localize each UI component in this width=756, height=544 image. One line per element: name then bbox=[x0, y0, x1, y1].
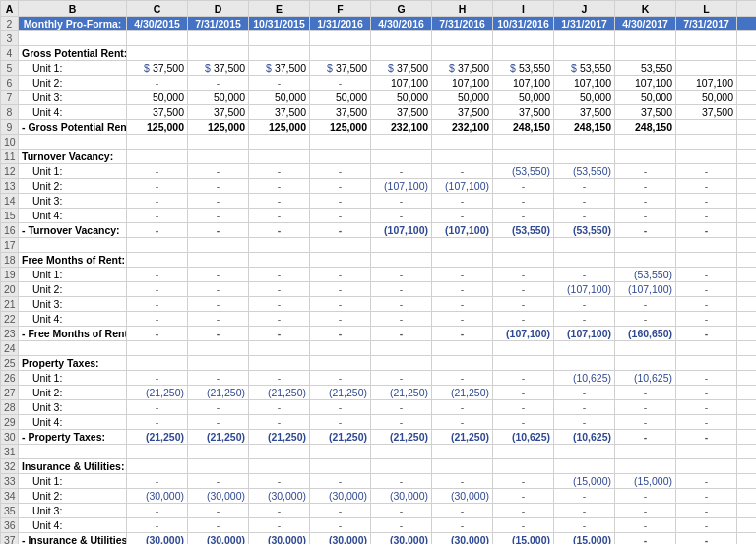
row-23-num: 23 bbox=[1, 327, 19, 341]
fm-total-e: - bbox=[249, 327, 310, 341]
ins-u4-e: - bbox=[249, 518, 310, 533]
tv-u2-c: - bbox=[127, 179, 188, 194]
fm-u4-g: - bbox=[371, 312, 432, 327]
row-26-num: 26 bbox=[1, 371, 19, 386]
ins-u2-m bbox=[737, 489, 757, 504]
pt-total-i: (10,625) bbox=[493, 430, 554, 445]
pt-u4-d: - bbox=[188, 415, 249, 430]
turnover-vacancy-header: Turnover Vacancy: bbox=[19, 150, 127, 164]
gpr-total-h: 232,100 bbox=[432, 120, 493, 135]
gpr-u2-h: 107,100 bbox=[432, 76, 493, 91]
fm-u4-h: - bbox=[432, 312, 493, 327]
pt-u2-m bbox=[737, 386, 757, 400]
pt-u1-g: - bbox=[371, 371, 432, 386]
gpr-unit4-label: Unit 4: bbox=[19, 105, 127, 120]
gpr-u1-e: $ 37,500 bbox=[249, 61, 310, 76]
row-9: 9 - Gross Potential Rent: 125,000 125,00… bbox=[1, 120, 757, 135]
gpr-u2-d: - bbox=[188, 76, 249, 91]
pt-u4-h: - bbox=[432, 415, 493, 430]
row-29-num: 29 bbox=[1, 415, 19, 430]
ins-u4-k: - bbox=[615, 518, 676, 533]
free-months-header: Free Months of Rent: bbox=[19, 253, 127, 268]
gpr-u1-l bbox=[676, 61, 737, 76]
fm-u3-m bbox=[737, 297, 757, 312]
row-13: 13 Unit 2: - - - - (107,100) (107,100) -… bbox=[1, 179, 757, 194]
pt-u3-d: - bbox=[188, 400, 249, 415]
ins-u3-i: - bbox=[493, 504, 554, 518]
col-i-header: I bbox=[493, 1, 554, 17]
col-c-header: C bbox=[127, 1, 188, 17]
tv-u1-e: - bbox=[249, 164, 310, 179]
gpr-total-c: 125,000 bbox=[127, 120, 188, 135]
row-33: 33 Unit 1: - - - - - - - (15,000) (15,00… bbox=[1, 474, 757, 489]
gpr-u2-j: 107,100 bbox=[554, 76, 615, 91]
fm-u3-f: - bbox=[310, 297, 371, 312]
tv-u1-i: (53,550) bbox=[493, 164, 554, 179]
gpr-u4-d: 37,500 bbox=[188, 105, 249, 120]
col-k-header: K bbox=[615, 1, 676, 17]
tv-total-g: (107,100) bbox=[371, 223, 432, 238]
ins-u4-g: - bbox=[371, 518, 432, 533]
col-h-header: H bbox=[432, 1, 493, 17]
row-2: 2 Monthly Pro-Forma: 4/30/2015 7/31/2015… bbox=[1, 17, 757, 31]
fm-u1-m bbox=[737, 268, 757, 282]
pt-u2-d: (21,250) bbox=[188, 386, 249, 400]
col-d-header: D bbox=[188, 1, 249, 17]
tv-total-label: - Turnover Vacancy: bbox=[19, 223, 127, 238]
pt-unit4-label: Unit 4: bbox=[19, 415, 127, 430]
fm-total-j: (107,100) bbox=[554, 327, 615, 341]
gpr-u3-f: 50,000 bbox=[310, 91, 371, 105]
tv-u1-c: - bbox=[127, 164, 188, 179]
row-22: 22 Unit 4: - - - - - - - - - - bbox=[1, 312, 757, 327]
pt-total-e: (21,250) bbox=[249, 430, 310, 445]
gpr-u4-l: 37,500 bbox=[676, 105, 737, 120]
pt-u1-c: - bbox=[127, 371, 188, 386]
tv-total-e: - bbox=[249, 223, 310, 238]
property-taxes-header: Property Taxes: bbox=[19, 356, 127, 371]
fm-u1-j: - bbox=[554, 268, 615, 282]
ins-total-f: (30,000) bbox=[310, 533, 371, 545]
tv-u4-g: - bbox=[371, 209, 432, 223]
spreadsheet: A B C D E F G H I J K L M 2 Monthly Pro-… bbox=[0, 0, 756, 544]
fm-total-f: - bbox=[310, 327, 371, 341]
ins-total-m bbox=[737, 533, 757, 545]
ins-unit2-label: Unit 2: bbox=[19, 489, 127, 504]
gpr-u1-j: $ 53,550 bbox=[554, 61, 615, 76]
tv-unit1-label: Unit 1: bbox=[19, 164, 127, 179]
col-g-header: G bbox=[371, 1, 432, 17]
tv-u3-j: - bbox=[554, 194, 615, 209]
pt-u2-l: - bbox=[676, 386, 737, 400]
row-14-num: 14 bbox=[1, 194, 19, 209]
date-col-l: 7/31/2017 bbox=[676, 17, 737, 31]
tv-total-k: - bbox=[615, 223, 676, 238]
tv-u3-d: - bbox=[188, 194, 249, 209]
ins-total-l: - bbox=[676, 533, 737, 545]
fm-u2-e: - bbox=[249, 282, 310, 297]
pt-total-c: (21,250) bbox=[127, 430, 188, 445]
row-37-num: 37 bbox=[1, 533, 19, 545]
ins-u4-c: - bbox=[127, 518, 188, 533]
gpr-u2-f: - bbox=[310, 76, 371, 91]
ins-u2-g: (30,000) bbox=[371, 489, 432, 504]
ins-unit4-label: Unit 4: bbox=[19, 518, 127, 533]
gpr-u2-m bbox=[737, 76, 757, 91]
pt-u2-g: (21,250) bbox=[371, 386, 432, 400]
row-35: 35 Unit 3: - - - - - - - - - - bbox=[1, 504, 757, 518]
ins-u1-l: - bbox=[676, 474, 737, 489]
pt-u2-f: (21,250) bbox=[310, 386, 371, 400]
gpr-u1-f: $ 37,500 bbox=[310, 61, 371, 76]
ins-u4-f: - bbox=[310, 518, 371, 533]
gpr-u2-c: - bbox=[127, 76, 188, 91]
pt-u4-f: - bbox=[310, 415, 371, 430]
fm-u2-d: - bbox=[188, 282, 249, 297]
pt-u1-h: - bbox=[432, 371, 493, 386]
fm-u1-g: - bbox=[371, 268, 432, 282]
ins-unit1-label: Unit 1: bbox=[19, 474, 127, 489]
pt-u3-c: - bbox=[127, 400, 188, 415]
ins-u4-j: - bbox=[554, 518, 615, 533]
row-19: 19 Unit 1: - - - - - - - - (53,550) - bbox=[1, 268, 757, 282]
pt-unit2-label: Unit 2: bbox=[19, 386, 127, 400]
fm-u2-k: (107,100) bbox=[615, 282, 676, 297]
gpr-u3-j: 50,000 bbox=[554, 91, 615, 105]
gpr-u4-f: 37,500 bbox=[310, 105, 371, 120]
